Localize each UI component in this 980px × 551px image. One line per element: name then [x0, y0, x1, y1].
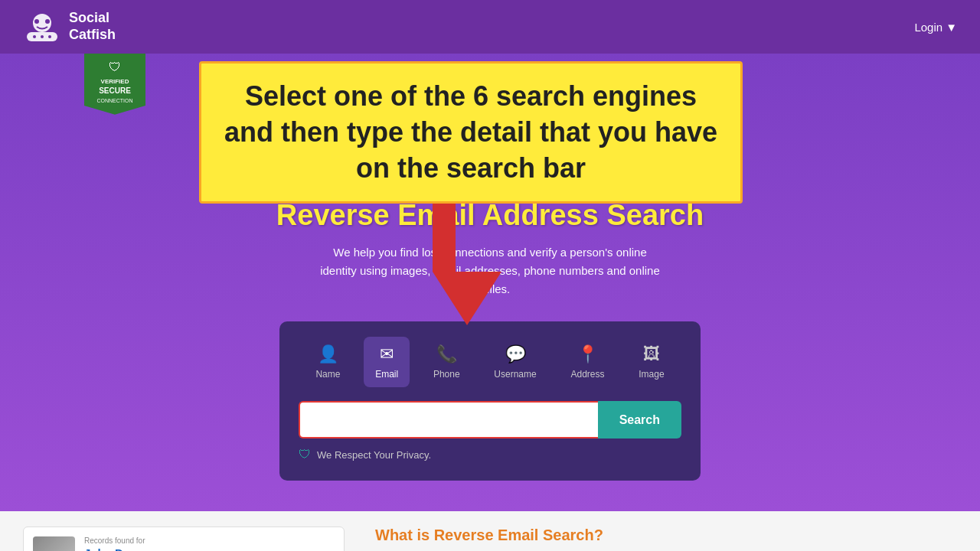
sample-avatar: 👤 [33, 536, 75, 551]
avatar-placeholder: 👤 [33, 536, 75, 551]
arrow-head [433, 272, 501, 325]
verified-badge: 🛡 VERIFIED SECURE CONNECTION [84, 54, 145, 115]
records-label: Records found for [84, 536, 335, 545]
header: Social Catfish Login ▼ [0, 0, 980, 54]
tab-phone[interactable]: 📞 Phone [423, 337, 471, 387]
svg-point-2 [45, 19, 50, 24]
nav-links: Login ▼ [914, 21, 957, 34]
info-title: What is Reverse Email Search? [375, 527, 957, 544]
privacy-shield-icon: 🛡 [299, 448, 311, 461]
arrow-shaft [433, 195, 456, 272]
email-icon: ✉ [380, 344, 394, 364]
tooltip-overlay: Select one of the 6 search engines and t… [199, 61, 743, 204]
image-icon: 🖼 [643, 344, 660, 364]
tab-name-label: Name [315, 369, 340, 380]
address-icon: 📍 [577, 344, 598, 364]
svg-point-5 [41, 35, 44, 38]
privacy-note: 🛡 We Respect Your Privacy. [299, 448, 681, 461]
search-row: Search [299, 401, 681, 439]
login-button[interactable]: Login ▼ [914, 21, 957, 34]
sample-info: Records found for John Doe Name Origin a… [84, 536, 335, 551]
verified-text: VERIFIED [101, 78, 129, 85]
tab-image[interactable]: 🖼 Image [628, 337, 675, 387]
tab-email-label: Email [375, 369, 398, 380]
search-button[interactable]: Search [598, 401, 681, 439]
svg-point-4 [33, 35, 36, 38]
hero-title: Reverse Email Address Search [15, 199, 965, 232]
tab-username-label: Username [494, 369, 536, 380]
svg-point-1 [34, 19, 39, 24]
tab-name[interactable]: 👤 Name [305, 337, 351, 387]
tab-phone-label: Phone [433, 369, 460, 380]
logo-area: Social Catfish [23, 8, 116, 46]
svg-point-6 [48, 35, 51, 38]
tab-image-label: Image [639, 369, 664, 380]
username-icon: 💬 [505, 344, 526, 364]
sample-card: 👤 Records found for John Doe Name Origin… [23, 527, 345, 551]
phone-icon: 📞 [436, 344, 457, 364]
tab-address-label: Address [570, 369, 604, 380]
tab-email[interactable]: ✉ Email [364, 337, 410, 387]
logo-text: Social Catfish [69, 10, 116, 43]
connection-text: CONNECTION [96, 98, 132, 103]
info-section: What is Reverse Email Search? A reverse … [375, 527, 957, 551]
hero-section: Select one of the 6 search engines and t… [0, 54, 980, 511]
tab-username[interactable]: 💬 Username [483, 337, 547, 387]
bottom-section: 👤 Records found for John Doe Name Origin… [0, 511, 980, 551]
tab-address[interactable]: 📍 Address [560, 337, 615, 387]
logo-icon [23, 8, 61, 46]
tooltip-text: Select one of the 6 search engines and t… [220, 79, 721, 186]
sample-name: John Doe [84, 546, 335, 551]
shield-icon: 🛡 [92, 60, 138, 76]
person-icon: 👤 [318, 344, 338, 364]
search-input[interactable] [299, 401, 598, 439]
secure-text: SECURE [99, 86, 131, 95]
search-tabs: 👤 Name ✉ Email 📞 Phone 💬 Username 📍 [299, 337, 681, 387]
privacy-text: We Respect Your Privacy. [317, 449, 431, 461]
search-card: 👤 Name ✉ Email 📞 Phone 💬 Username 📍 [279, 321, 701, 481]
